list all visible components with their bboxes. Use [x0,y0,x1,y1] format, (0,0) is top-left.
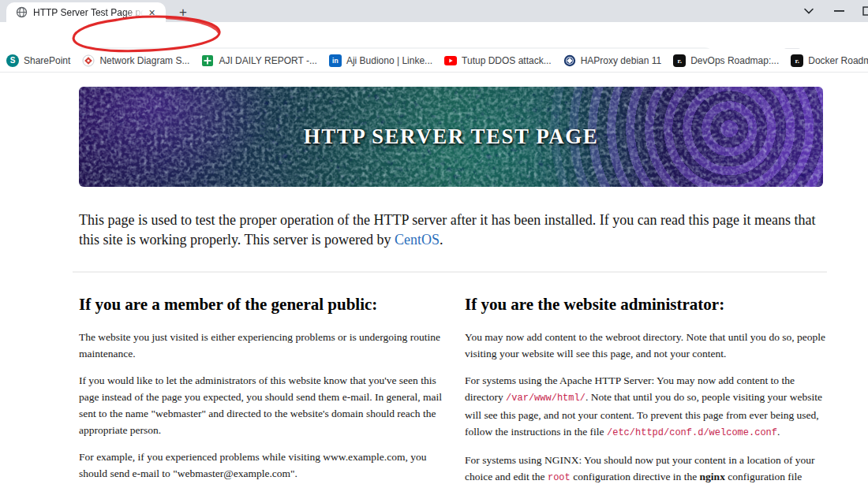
code-webroot-path: /var/www/html/ [506,393,586,404]
admin-paragraph-nginx: For systems using NGINX: You should now … [465,452,826,486]
tab-title: HTTP Server Test Page powered [33,7,144,18]
bookmark-sharepoint[interactable]: S SharePoint [6,54,70,67]
bookmarks-bar: S SharePoint Network Diagram S... AJI DA… [0,49,868,72]
browser-tab[interactable]: HTTP Server Test Page powered × [6,2,166,22]
administrator-heading: If you are the website administrator: [465,295,826,315]
roadmap-icon: r. [791,54,803,67]
general-public-column: If you are a member of the general publi… [79,284,443,488]
browser-toolbar: Not secure 192.168.77.83 A [0,22,868,49]
spreadsheet-icon [201,54,214,67]
bookmark-aji-daily-report[interactable]: AJI DAILY REPORT -... [201,54,316,67]
window-minimize-button[interactable] [827,0,851,22]
bookmark-devops-roadmap[interactable]: r. DevOps Roadmap:... [673,54,779,67]
linkedin-icon: in [329,54,342,67]
intro-paragraph: This page is used to test the proper ope… [79,210,822,250]
code-root-directive: root [548,472,571,483]
admin-paragraph-apache: For systems using the Apache HTTP Server… [465,372,826,441]
roadmap-icon: r. [673,54,686,67]
public-paragraph-2: If you would like to let the administrat… [79,372,443,438]
tab-close-icon[interactable]: × [145,6,159,19]
bookmark-haproxy[interactable]: HAProxy debian 11 [563,54,662,67]
tab-search-chevron-icon[interactable] [797,0,821,22]
bookmark-network-diagram[interactable]: Network Diagram S... [82,54,189,67]
general-public-heading: If you are a member of the general publi… [79,295,443,315]
haproxy-icon [563,54,576,67]
test-page-banner: HTTP SERVER TEST PAGE [79,87,823,187]
administrator-column: If you are the website administrator: Yo… [465,284,826,488]
bookmark-docker-roadmap[interactable]: r. Docker Roadmap -... [791,54,868,67]
globe-favicon-icon [16,6,28,18]
admin-paragraph-1: You may now add content to the webroot d… [465,329,826,362]
page-title: HTTP SERVER TEST PAGE [79,87,823,187]
nginx-text-c: configuration file [725,471,802,482]
network-diagram-icon [82,54,95,67]
window-maximize-button[interactable] [859,0,868,22]
apache-text-c: . [777,426,780,438]
intro-suffix: . [440,232,443,248]
centos-link[interactable]: CentOS [395,232,440,248]
code-welcome-conf-path: /etc/httpd/conf.d/welcome.conf [607,427,777,438]
intro-text: This page is used to test the proper ope… [79,212,816,248]
nginx-bold: nginx [700,471,725,482]
sharepoint-icon: S [6,54,19,67]
nginx-text-b: configuration directive in the [571,471,700,482]
new-tab-button[interactable]: + [174,4,192,21]
youtube-icon [444,54,457,67]
public-paragraph-3: For example, if you experienced problems… [79,449,443,482]
tab-strip: HTTP Server Test Page powered × + [0,0,868,22]
web-page-content: HTTP SERVER TEST PAGE This page is used … [0,73,868,488]
bookmark-linkedin[interactable]: in Aji Budiono | Linke... [329,54,432,67]
two-column-section: If you are a member of the general publi… [79,284,826,488]
bookmark-youtube[interactable]: Tutup DDOS attack... [444,54,552,67]
divider [73,271,827,273]
public-paragraph-1: The website you just visited is either e… [79,329,443,362]
